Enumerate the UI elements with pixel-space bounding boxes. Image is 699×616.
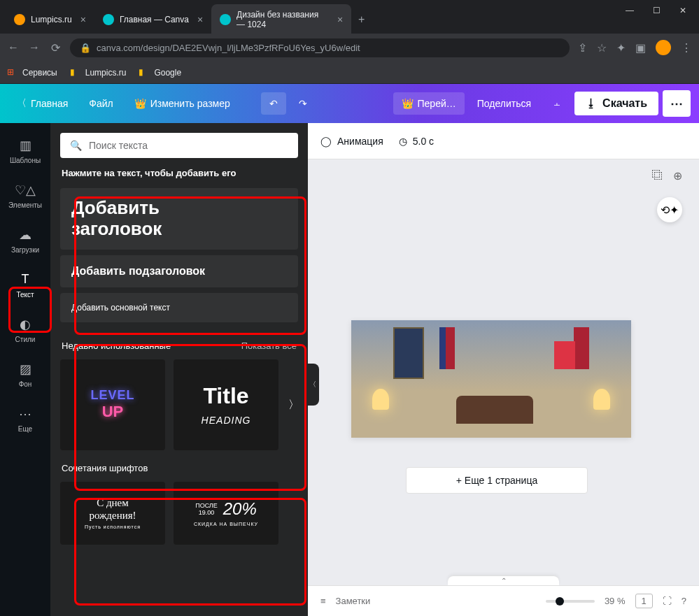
more-icon: ⋯ <box>17 406 34 422</box>
tab-close-icon[interactable]: × <box>337 14 343 25</box>
uploads-icon: ☁ <box>17 227 34 243</box>
text-icon: T <box>17 271 34 288</box>
show-all-button[interactable]: Показать все <box>241 341 297 351</box>
page-grid-button[interactable]: 1 <box>635 594 653 608</box>
minimize-icon[interactable]: — <box>625 6 635 15</box>
canvas-toolbar: ◯ Анимация ◷ 5.0 с <box>308 123 699 159</box>
crown-icon: 👑 <box>134 98 146 109</box>
chart-icon: ⫠ <box>552 98 562 109</box>
regenerate-button[interactable]: ⟲✦ <box>657 197 682 222</box>
text-template-thumb[interactable]: Title HEADING <box>174 359 278 450</box>
add-heading-button[interactable]: Добавить заголовок <box>60 188 298 250</box>
tab-close-icon[interactable]: × <box>80 14 86 25</box>
footer-bar: ≡ Заметки 39 % 1 ⛶ ? <box>308 585 699 616</box>
tab-close-icon[interactable]: × <box>197 14 203 25</box>
side-panel: 🔍 Поиск текста Нажмите на текст, чтобы д… <box>50 123 308 616</box>
styles-icon: ◐ <box>17 316 34 333</box>
zoom-slider[interactable] <box>546 600 595 603</box>
zoom-value[interactable]: 39 % <box>605 596 626 606</box>
maximize-icon[interactable]: ☐ <box>651 6 661 15</box>
nav-templates[interactable]: ▥ Шаблоны <box>3 129 48 172</box>
star-icon[interactable]: ☆ <box>597 41 607 55</box>
browser-tab[interactable]: Дизайн без названия — 1024 × <box>211 4 351 35</box>
browser-tab[interactable]: Главная — Canva × <box>94 8 211 31</box>
canvas-area: ◯ Анимация ◷ 5.0 с ⿻ ⊕ ⟲✦ <box>308 123 699 616</box>
reload-icon[interactable]: ⟳ <box>49 41 62 55</box>
canvas-viewport[interactable]: ⿻ ⊕ ⟲✦ + Еще 1 страница <box>308 159 699 585</box>
bookmark-apps[interactable]: ⊞ Сервисы <box>7 67 57 78</box>
resize-button[interactable]: 👑 Изменить размер <box>126 92 239 115</box>
new-tab-button[interactable]: + <box>351 10 372 29</box>
add-page-button[interactable]: + Еще 1 страница <box>406 467 588 494</box>
back-icon[interactable]: ← <box>7 41 20 54</box>
insights-button[interactable]: ⫠ <box>544 92 570 115</box>
upgrade-button[interactable]: 👑 Перей… <box>393 92 465 115</box>
notes-button[interactable]: Заметки <box>336 596 371 606</box>
more-button[interactable]: ⋯ <box>663 90 691 117</box>
nav-styles[interactable]: ◐ Стили <box>3 308 48 351</box>
nav-elements[interactable]: ♡△ Элементы <box>3 173 48 217</box>
tab-title: Lumpics.ru <box>31 15 72 24</box>
design-page[interactable] <box>351 320 631 438</box>
elements-icon: ♡△ <box>17 182 34 199</box>
apps-icon[interactable]: ▣ <box>635 41 646 55</box>
avatar[interactable] <box>656 40 671 55</box>
search-icon: 🔍 <box>70 140 82 151</box>
help-icon[interactable]: ? <box>682 596 686 606</box>
file-button[interactable]: Файл <box>80 92 121 115</box>
download-icon: ⭳ <box>586 97 597 110</box>
browser-tab[interactable]: Lumpics.ru × <box>6 8 94 31</box>
notes-icon: ≡ <box>320 596 326 606</box>
sparkle-icon: ⟲✦ <box>661 203 679 217</box>
fullscreen-icon[interactable]: ⛶ <box>663 596 672 606</box>
undo-button[interactable]: ↶ <box>261 92 286 115</box>
left-nav: ▥ Шаблоны ♡△ Элементы ☁ Загрузки T Текст… <box>0 123 50 616</box>
add-subheading-button[interactable]: Добавить подзаголовок <box>60 255 298 287</box>
font-combo-thumb[interactable]: С днем рождения! Пусть исполняются <box>60 482 165 545</box>
crown-icon: 👑 <box>402 98 414 109</box>
bookmark-item[interactable]: ▮ Lumpics.ru <box>70 67 127 78</box>
lock-icon: 🔒 <box>80 43 91 53</box>
bookmarks-bar: ⊞ Сервисы ▮ Lumpics.ru ▮ Google <box>0 62 699 84</box>
tab-title: Главная — Canva <box>120 15 189 24</box>
canva-app: 〈 Главная Файл 👑 Изменить размер ↶ ↷ 👑 П… <box>0 84 699 616</box>
forward-icon[interactable]: → <box>28 41 41 54</box>
chevron-left-icon: 〈 <box>17 97 27 110</box>
add-body-button[interactable]: Добавить основной текст <box>60 293 298 322</box>
section-title: Недавно использованные <box>62 341 171 351</box>
url-input[interactable]: 🔒 canva.com/design/DAE2EVwjn_l/ljLMe3Pzf… <box>70 38 570 57</box>
chevron-right-icon[interactable]: 〉 <box>288 397 299 412</box>
text-template-thumb[interactable]: LEVEL UP <box>60 359 165 450</box>
nav-uploads[interactable]: ☁ Загрузки <box>3 218 48 262</box>
home-button[interactable]: 〈 Главная <box>8 92 76 115</box>
section-title: Сочетания шрифтов <box>62 463 148 473</box>
share-icon[interactable]: ⇪ <box>578 41 587 55</box>
nav-background[interactable]: ▨ Фон <box>3 352 48 396</box>
animation-icon: ◯ <box>320 136 332 147</box>
url-text: canva.com/design/DAE2EVwjn_l/ljLMe3PzfRF… <box>97 43 360 53</box>
extension-icon[interactable]: ✦ <box>616 41 626 55</box>
search-input[interactable]: 🔍 Поиск текста <box>60 133 298 158</box>
tab-bar: Lumpics.ru × Главная — Canva × Дизайн бе… <box>0 6 699 34</box>
close-icon[interactable]: ✕ <box>678 6 688 15</box>
font-combo-thumb[interactable]: ПОСЛЕ 19.00 20% СКИДКА НА ВЫПЕЧКУ <box>174 482 278 545</box>
expand-handle[interactable]: ⌃ <box>448 575 559 585</box>
add-page-icon[interactable]: ⊕ <box>673 169 682 182</box>
menu-icon[interactable]: ⋮ <box>681 41 692 55</box>
redo-button[interactable]: ↷ <box>290 92 316 115</box>
clock-icon: ◷ <box>399 136 407 147</box>
duration-button[interactable]: ◷ 5.0 с <box>399 136 434 147</box>
animation-button[interactable]: ◯ Анимация <box>320 136 383 147</box>
url-bar: ← → ⟳ 🔒 canva.com/design/DAE2EVwjn_l/ljL… <box>0 34 699 62</box>
background-icon: ▨ <box>17 361 34 378</box>
tab-title: Дизайн без названия — 1024 <box>236 10 329 29</box>
nav-more[interactable]: ⋯ Еще <box>3 397 48 440</box>
bookmark-item[interactable]: ▮ Google <box>139 67 181 78</box>
nav-text[interactable]: T Текст <box>3 263 48 306</box>
download-button[interactable]: ⭳ Скачать <box>574 92 658 115</box>
collapse-panel-button[interactable]: 〈 <box>306 364 319 406</box>
duplicate-page-icon[interactable]: ⿻ <box>652 169 663 182</box>
app-header: 〈 Главная Файл 👑 Изменить размер ↶ ↷ 👑 П… <box>0 84 699 123</box>
templates-icon: ▥ <box>17 137 34 154</box>
share-button[interactable]: Поделиться <box>469 92 539 115</box>
